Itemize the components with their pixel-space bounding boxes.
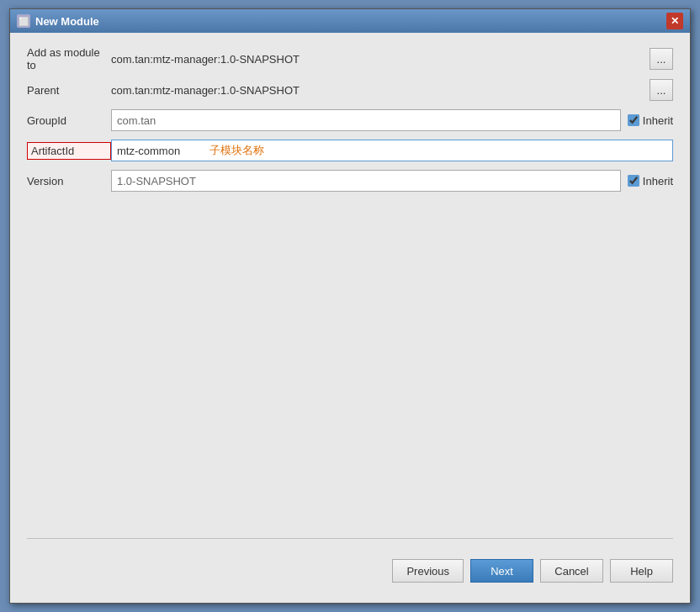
add-as-module-row: Add as module to com.tan:mtz-manager:1.0… [27,46,673,71]
parent-label: Parent [27,84,111,97]
group-id-inherit-label: Inherit [643,114,673,127]
close-button[interactable]: ✕ [666,13,683,29]
button-bar: Previous Next Cancel Help [27,549,673,589]
add-as-module-label: Add as module to [27,46,111,71]
artifact-id-hint: 子模块名称 [204,143,264,158]
group-id-row: GroupId Inherit [27,108,673,132]
artifact-id-input-container: 子模块名称 [111,140,673,161]
group-id-inherit-checkbox[interactable] [628,114,639,126]
version-inherit-checkbox[interactable] [628,175,639,187]
group-id-inherit-checkbox-label[interactable]: Inherit [628,114,673,127]
add-as-module-value: com.tan:mtz-manager:1.0-SNAPSHOT [111,53,300,66]
add-as-module-ellipsis-button[interactable]: ... [650,48,673,70]
artifact-id-input[interactable] [112,140,204,161]
version-row: Version Inherit [27,169,673,193]
help-button[interactable]: Help [610,559,673,583]
form-area: Add as module to com.tan:mtz-manager:1.0… [27,46,673,538]
main-window: ⬜ New Module ✕ Add as module to com.tan:… [9,8,691,604]
version-input[interactable] [111,170,621,192]
next-button[interactable]: Next [470,559,533,583]
separator [27,538,673,539]
artifact-id-row: ArtifactId 子模块名称 [27,139,673,162]
cancel-button[interactable]: Cancel [540,559,603,583]
title-bar: ⬜ New Module ✕ [10,9,690,33]
version-input-wrapper: Inherit [111,170,673,192]
add-as-module-input-wrapper: com.tan:mtz-manager:1.0-SNAPSHOT ... [111,48,673,70]
parent-input-wrapper: com.tan:mtz-manager:1.0-SNAPSHOT ... [111,79,673,101]
artifact-id-input-wrapper: 子模块名称 [111,140,673,161]
content-area: Add as module to com.tan:mtz-manager:1.0… [10,33,690,603]
version-label: Version [27,175,111,187]
window-title: New Module [35,15,666,28]
artifact-id-label: ArtifactId [27,142,111,160]
version-inherit-checkbox-label[interactable]: Inherit [628,175,673,187]
group-id-input[interactable] [111,109,621,131]
group-id-input-wrapper: Inherit [111,109,673,131]
previous-button[interactable]: Previous [392,559,464,583]
parent-value: com.tan:mtz-manager:1.0-SNAPSHOT [111,84,300,97]
parent-row: Parent com.tan:mtz-manager:1.0-SNAPSHOT … [27,78,673,102]
group-id-label: GroupId [27,114,111,127]
parent-ellipsis-button[interactable]: ... [650,79,673,101]
window-icon: ⬜ [17,14,30,28]
version-inherit-label: Inherit [643,175,673,187]
